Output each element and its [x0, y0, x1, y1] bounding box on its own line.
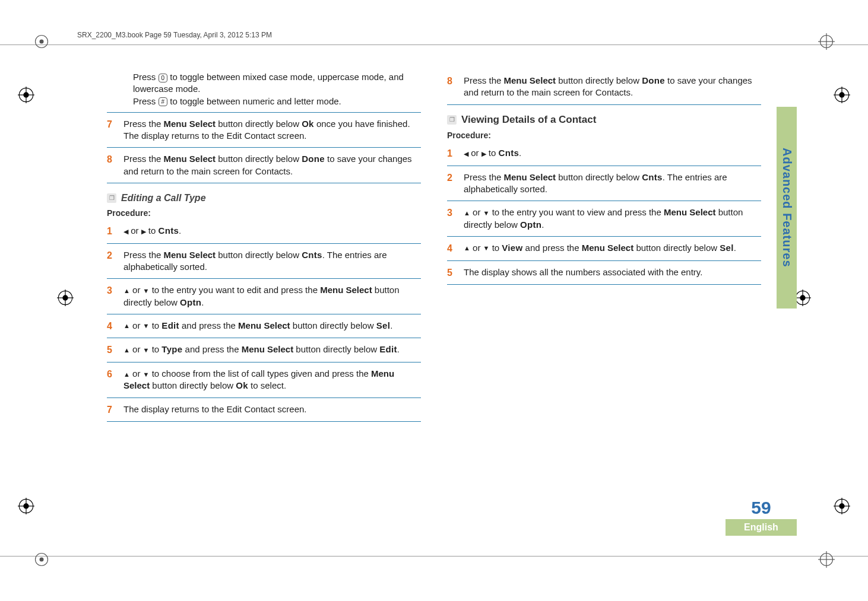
step-1: 1 ◀ or ▶ to Cnts.	[447, 144, 761, 164]
text: Press the	[123, 119, 164, 129]
nav-down-icon: ▼	[143, 323, 150, 329]
softkey-label: Done	[642, 75, 665, 85]
section-title: Editing a Call Type	[121, 192, 206, 205]
procedure-label: Procedure:	[107, 208, 421, 219]
softkey-label: Sel	[720, 243, 733, 253]
registration-mark-icon	[794, 290, 811, 306]
text: to the entry you want to view and press …	[489, 207, 664, 217]
softkey-label: Ok	[302, 119, 314, 129]
text: Press the	[123, 250, 164, 260]
right-column: 8 Press the Menu Select button directly …	[447, 71, 761, 530]
step-number: 2	[447, 171, 458, 196]
svg-point-29	[62, 295, 68, 300]
step-3: 3 ▲ or ▼ to the entry you want to edit a…	[107, 281, 421, 312]
softkey-label: Edit	[379, 344, 397, 354]
nav-up-icon: ▲	[123, 347, 130, 354]
softkey-label: Cnts	[499, 148, 519, 158]
text: to the entry you want to edit and press …	[149, 285, 320, 295]
crop-mark-icon	[33, 551, 50, 568]
separator	[107, 314, 421, 314]
text: and press the	[179, 320, 238, 330]
separator	[107, 112, 421, 113]
step-text: ▲ or ▼ to the entry you want to edit and…	[123, 284, 421, 309]
nav-down-icon: ▼	[143, 371, 150, 378]
nav-up-icon: ▲	[464, 245, 470, 252]
step-text: The display returns to the Edit Contact …	[123, 403, 421, 416]
text: button directly below	[633, 243, 720, 253]
ui-label: Menu Select	[504, 75, 556, 85]
registration-mark-icon	[18, 498, 34, 514]
step-number: 8	[107, 153, 118, 177]
text: button directly below	[556, 75, 642, 85]
step-text: Press the Menu Select button directly be…	[123, 249, 421, 274]
step-text: Press the Menu Select button directly be…	[464, 75, 761, 99]
step-text: Press the Menu Select button directly be…	[123, 118, 421, 142]
nav-up-icon: ▲	[123, 371, 130, 378]
text: .	[397, 344, 400, 354]
svg-point-33	[800, 295, 805, 300]
step-7b: 7 The display returns to the Edit Contac…	[107, 400, 421, 420]
section-heading-viewing-details: ❐ Viewing Details of a Contact	[447, 113, 761, 127]
softkey-label: Cnts	[302, 250, 322, 260]
step-number: 2	[107, 249, 118, 274]
step-number: 7	[107, 403, 118, 416]
crop-mark-icon	[818, 33, 835, 50]
step-text: ▲ or ▼ to Type and press the Menu Select…	[123, 344, 421, 357]
step-number: 4	[447, 242, 458, 255]
softkey-label: Ok	[236, 380, 248, 390]
text: button directly below	[216, 250, 302, 260]
step-number: 8	[447, 75, 458, 99]
step-number: 4	[107, 320, 118, 333]
side-tab: Advanced Features	[777, 107, 797, 309]
page-body: Press 0 to toggle between mixed case mod…	[107, 71, 761, 530]
step-7: 7 Press the Menu Select button directly …	[107, 115, 421, 146]
svg-point-1	[40, 40, 44, 44]
step-number: 1	[447, 147, 458, 160]
ui-label: Menu Select	[664, 207, 716, 217]
separator	[447, 260, 761, 261]
text: button directly below	[556, 172, 642, 182]
text: and press the	[182, 344, 241, 354]
step-text: ▲ or ▼ to the entry you want to view and…	[464, 206, 761, 231]
separator	[447, 201, 761, 201]
text: or	[130, 344, 143, 354]
nav-down-icon: ▼	[143, 347, 150, 354]
svg-point-6	[40, 558, 44, 562]
nav-down-icon: ▼	[483, 245, 490, 252]
nav-down-icon: ▼	[483, 210, 490, 217]
step-text: Press the Menu Select button directly be…	[464, 171, 761, 196]
text: or	[470, 243, 483, 253]
text: Press the	[464, 75, 504, 85]
nav-right-icon: ▶	[141, 228, 146, 235]
continuation-text: Press 0 to toggle between mixed case mod…	[107, 71, 421, 107]
ui-label: Menu Select	[320, 285, 372, 295]
softkey-label: View	[502, 243, 522, 253]
step-8: 8 Press the Menu Select button directly …	[447, 71, 761, 103]
softkey-label: Optn	[520, 220, 541, 230]
svg-point-21	[23, 503, 28, 508]
softkey-label: Optn	[180, 297, 201, 307]
step-5: 5 The display shows all the numbers asso…	[447, 263, 761, 283]
ui-label: Menu Select	[164, 119, 216, 129]
text: .	[179, 225, 181, 236]
softkey-label: Done	[302, 154, 325, 164]
text: button directly below	[290, 320, 376, 330]
separator	[107, 243, 421, 244]
separator	[107, 183, 421, 183]
nav-up-icon: ▲	[464, 210, 470, 217]
text: to	[146, 225, 159, 236]
text: or	[470, 207, 483, 217]
softkey-label: Cnts	[159, 225, 179, 236]
nav-down-icon: ▼	[143, 288, 150, 294]
svg-point-17	[839, 92, 844, 97]
procedure-label: Procedure:	[447, 130, 761, 141]
text: or	[130, 320, 143, 330]
step-text: The display shows all the numbers associ…	[464, 266, 761, 279]
step-2: 2 Press the Menu Select button directly …	[107, 246, 421, 277]
step-number: 3	[107, 284, 118, 309]
step-number: 1	[107, 225, 118, 238]
registration-mark-icon	[834, 498, 850, 514]
step-2: 2 Press the Menu Select button directly …	[447, 168, 761, 199]
step-number: 5	[447, 266, 458, 279]
text: to	[149, 320, 161, 330]
